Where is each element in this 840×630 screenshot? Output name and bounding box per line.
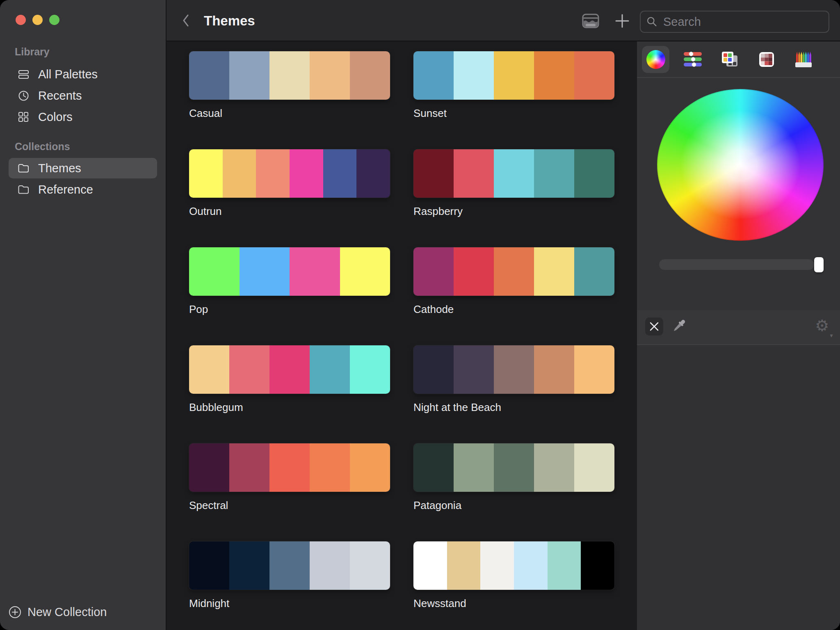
tab-pencils[interactable] bbox=[790, 46, 817, 73]
tab-swatch-card[interactable] bbox=[716, 46, 743, 73]
swatch[interactable] bbox=[494, 51, 534, 100]
add-palette-button[interactable] bbox=[614, 11, 631, 31]
settings-button[interactable]: ⚙▾ bbox=[812, 316, 835, 337]
close-window-button[interactable] bbox=[16, 15, 26, 25]
brightness-slider-thumb[interactable] bbox=[814, 257, 824, 272]
swatch[interactable] bbox=[494, 149, 534, 198]
swatch[interactable] bbox=[454, 51, 494, 100]
tab-sliders[interactable] bbox=[679, 46, 706, 73]
swatch[interactable] bbox=[454, 443, 494, 492]
swatch[interactable] bbox=[323, 149, 357, 198]
swatch[interactable] bbox=[189, 247, 240, 296]
color-wheel[interactable] bbox=[657, 89, 824, 241]
swatch[interactable] bbox=[413, 443, 454, 492]
swatch[interactable] bbox=[574, 149, 614, 198]
sidebar-item-all-palettes[interactable]: All Palettes bbox=[9, 64, 157, 84]
swatch[interactable] bbox=[447, 541, 481, 590]
swatch[interactable] bbox=[494, 247, 534, 296]
inspector-tabs bbox=[637, 41, 840, 78]
swatch[interactable] bbox=[189, 51, 229, 100]
swatch[interactable] bbox=[454, 345, 494, 394]
swatch[interactable] bbox=[480, 541, 514, 590]
swatch[interactable] bbox=[413, 247, 454, 296]
palette-card[interactable]: Spectral bbox=[189, 443, 390, 541]
swatch[interactable] bbox=[574, 247, 614, 296]
swatch[interactable] bbox=[534, 443, 574, 492]
swatch[interactable] bbox=[290, 149, 323, 198]
swatch[interactable] bbox=[574, 443, 614, 492]
sidebar-item-colors[interactable]: Colors bbox=[9, 107, 157, 127]
swatch[interactable] bbox=[310, 541, 350, 590]
swatch[interactable] bbox=[269, 541, 310, 590]
swatch[interactable] bbox=[229, 345, 269, 394]
swatch[interactable] bbox=[413, 541, 447, 590]
swatch[interactable] bbox=[189, 541, 229, 590]
swatch[interactable] bbox=[350, 345, 390, 394]
swatch[interactable] bbox=[229, 443, 269, 492]
palette-card[interactable]: Casual bbox=[189, 51, 390, 149]
swatch[interactable] bbox=[350, 541, 390, 590]
palette-card[interactable]: Newsstand bbox=[413, 541, 614, 630]
gallery-view-button[interactable] bbox=[581, 11, 600, 31]
palette-card[interactable]: Cathode bbox=[413, 247, 614, 345]
swatch[interactable] bbox=[310, 51, 350, 100]
swatch[interactable] bbox=[189, 149, 223, 198]
swatch[interactable] bbox=[494, 345, 534, 394]
palette-card[interactable]: Night at the Beach bbox=[413, 345, 614, 443]
swatch[interactable] bbox=[269, 51, 310, 100]
palette-card[interactable]: Patagonia bbox=[413, 443, 614, 541]
clear-color-button[interactable] bbox=[645, 317, 663, 336]
swatch[interactable] bbox=[256, 149, 290, 198]
tab-color-wheel[interactable] bbox=[642, 46, 669, 73]
swatch[interactable] bbox=[413, 51, 454, 100]
swatch[interactable] bbox=[534, 51, 574, 100]
search-input[interactable] bbox=[662, 15, 823, 29]
swatch[interactable] bbox=[310, 443, 350, 492]
swatch[interactable] bbox=[534, 247, 574, 296]
back-button[interactable] bbox=[181, 12, 194, 29]
swatch[interactable] bbox=[454, 247, 494, 296]
swatch[interactable] bbox=[494, 443, 534, 492]
swatch[interactable] bbox=[229, 541, 269, 590]
swatch[interactable] bbox=[290, 247, 340, 296]
swatch[interactable] bbox=[534, 345, 574, 394]
swatch[interactable] bbox=[189, 443, 229, 492]
swatch[interactable] bbox=[413, 345, 454, 394]
swatch[interactable] bbox=[189, 345, 229, 394]
swatch[interactable] bbox=[229, 51, 269, 100]
swatch[interactable] bbox=[534, 149, 574, 198]
sidebar-item-reference[interactable]: Reference bbox=[9, 179, 157, 200]
search-box[interactable] bbox=[640, 11, 829, 33]
swatch[interactable] bbox=[350, 443, 390, 492]
palette-card[interactable]: Sunset bbox=[413, 51, 614, 149]
swatch[interactable] bbox=[269, 345, 310, 394]
swatch[interactable] bbox=[350, 51, 390, 100]
swatch[interactable] bbox=[574, 51, 614, 100]
swatch[interactable] bbox=[454, 149, 494, 198]
sidebar-item-recents[interactable]: Recents bbox=[9, 85, 157, 106]
swatch[interactable] bbox=[223, 149, 256, 198]
palette-card[interactable]: Midnight bbox=[189, 541, 390, 630]
swatch[interactable] bbox=[581, 541, 614, 590]
sidebar-item-themes[interactable]: Themes bbox=[9, 158, 157, 178]
swatch[interactable] bbox=[269, 443, 310, 492]
palette-card[interactable]: Pop bbox=[189, 247, 390, 345]
eyedropper-button[interactable] bbox=[668, 316, 689, 337]
brightness-slider-track[interactable] bbox=[659, 259, 814, 270]
palette-card[interactable]: Outrun bbox=[189, 149, 390, 247]
new-collection-button[interactable]: New Collection bbox=[9, 601, 107, 623]
swatch[interactable] bbox=[413, 149, 454, 198]
palette-card[interactable]: Bubblegum bbox=[189, 345, 390, 443]
palette-card[interactable]: Raspberry bbox=[413, 149, 614, 247]
swatch[interactable] bbox=[574, 345, 614, 394]
swatch[interactable] bbox=[240, 247, 290, 296]
tab-image-palette[interactable] bbox=[753, 46, 780, 73]
palette-swatches bbox=[413, 51, 614, 100]
swatch[interactable] bbox=[514, 541, 548, 590]
minimize-window-button[interactable] bbox=[32, 15, 43, 25]
swatch[interactable] bbox=[548, 541, 581, 590]
swatch[interactable] bbox=[310, 345, 350, 394]
swatch[interactable] bbox=[356, 149, 390, 198]
zoom-window-button[interactable] bbox=[49, 15, 59, 25]
swatch[interactable] bbox=[340, 247, 390, 296]
